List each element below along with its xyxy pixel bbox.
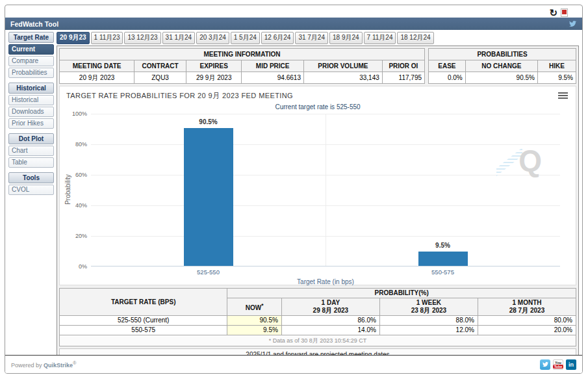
- meeting-information-table: MEETING INFORMATION MEETING DATE CONTRAC…: [59, 48, 425, 84]
- week-cell: 88.0%: [379, 316, 478, 326]
- week-cell: 12.0%: [379, 326, 478, 335]
- col-mid-price: MID PRICE: [242, 60, 304, 72]
- meeting-tab[interactable]: 31 1月24: [162, 32, 196, 44]
- export-icon[interactable]: [561, 8, 568, 17]
- meeting-tab[interactable]: 7 11月24: [364, 32, 396, 44]
- ease-value: 0.0%: [429, 72, 466, 84]
- mid-price-value: 94.6613: [242, 72, 304, 84]
- sidebar-item-downloads[interactable]: Downloads: [8, 107, 54, 117]
- data-as-of-note: * Data as of 30 8月 2023 10:54:29 CT: [60, 335, 576, 346]
- powered-by: Powered by QuikStrike®: [11, 360, 77, 369]
- sidebar-section-historical: Historical: [8, 83, 54, 94]
- y-tick: 0%: [61, 263, 87, 270]
- meeting-tab[interactable]: 18 12月24: [397, 32, 433, 44]
- sidebar-section-tools: Tools: [8, 172, 54, 183]
- footer: Powered by QuikStrike® YouTube in: [5, 355, 582, 373]
- meeting-tab[interactable]: 1 11月23: [91, 32, 123, 44]
- bar-value-label: 9.5%: [435, 242, 450, 249]
- col-1-month: 1 MONTH28 7月 2023: [478, 298, 576, 316]
- app-title: FedWatch Tool: [10, 20, 58, 28]
- probability-history-table: TARGET RATE (BPS) PROBABILITY(%) NOW* 1 …: [59, 288, 576, 346]
- twitter-icon[interactable]: [569, 20, 577, 27]
- title-bar: FedWatch Tool: [5, 18, 582, 30]
- sidebar-section-dot-plot: Dot Plot: [8, 133, 54, 144]
- col-ease: EASE: [429, 60, 466, 72]
- linkedin-icon[interactable]: in: [566, 359, 576, 370]
- col-expires: EXPIRES: [186, 60, 242, 72]
- col-hike: HIKE: [537, 60, 576, 72]
- target-rate-cell: 525-550 (Current): [60, 316, 227, 326]
- refresh-icon[interactable]: ↻: [549, 8, 557, 17]
- day-cell: 14.0%: [281, 326, 379, 335]
- expires-value: 29 9月 2023: [186, 72, 242, 84]
- day-cell: 86.0%: [281, 316, 379, 326]
- probabilities-title: PROBABILITIES: [429, 49, 576, 60]
- content: 20 9月23 1 11月23 13 12月23 31 1月24 20 3月24…: [57, 32, 579, 357]
- meeting-info-row: 20 9月 2023 ZQU3 29 9月 2023 94.6613 33,14…: [60, 72, 425, 84]
- table-row: 525-550 (Current) 90.5% 86.0% 88.0% 80.0…: [60, 316, 576, 326]
- target-rate-cell: 550-575: [60, 326, 227, 335]
- sidebar-section-target-rate: Target Rate: [8, 32, 54, 43]
- month-cell: 80.0%: [478, 316, 576, 326]
- plot-area: Q 90.5% 525-550 9.5% 550-575: [91, 114, 560, 266]
- y-tick: 100%: [61, 110, 87, 117]
- col-prior-oi: PRIOR OI: [382, 60, 424, 72]
- y-tick: 20%: [61, 233, 87, 239]
- sidebar-item-chart[interactable]: Chart: [8, 146, 54, 156]
- no-change-value: 90.5%: [465, 72, 537, 84]
- sidebar-item-table[interactable]: Table: [8, 157, 54, 168]
- sidebar-item-prior-hikes[interactable]: Prior Hikes: [8, 118, 54, 129]
- chart-export-menu-icon[interactable]: [558, 92, 568, 100]
- month-cell: 20.0%: [478, 326, 576, 335]
- col-prior-volume: PRIOR VOLUME: [303, 60, 382, 72]
- table-row: 550-575 9.5% 14.0% 12.0% 20.0%: [60, 326, 576, 335]
- category-525-550: 90.5% 525-550: [91, 114, 326, 266]
- sidebar-item-historical[interactable]: Historical: [8, 95, 54, 105]
- x-axis-title: Target Rate (in bps): [91, 278, 560, 285]
- category-550-575: 9.5% 550-575: [326, 114, 560, 266]
- hike-value: 9.5%: [537, 72, 576, 84]
- probability-bar[interactable]: [184, 128, 233, 266]
- body: Target Rate Current Compare Probabilitie…: [5, 30, 582, 357]
- y-tick: 80%: [61, 141, 87, 148]
- meeting-tab[interactable]: 13 12月23: [124, 32, 160, 44]
- meeting-tab[interactable]: 20 3月24: [196, 32, 229, 44]
- x-category-label: 550-575: [326, 268, 560, 276]
- main-panel: MEETING INFORMATION MEETING DATE CONTRAC…: [57, 46, 579, 358]
- col-now: NOW*: [227, 298, 281, 316]
- meeting-tab[interactable]: 12 6月24: [261, 32, 294, 44]
- col-target-rate-bps: TARGET RATE (BPS): [60, 289, 227, 316]
- sidebar-item-compare[interactable]: Compare: [8, 56, 54, 66]
- contract-value: ZQU3: [134, 72, 186, 84]
- now-cell: 90.5%: [227, 316, 281, 326]
- top-strip: ↻: [5, 5, 582, 18]
- x-category-label: 525-550: [91, 268, 326, 276]
- sidebar-item-probabilities[interactable]: Probabilities: [8, 68, 54, 78]
- meeting-tabs: 20 9月23 1 11月23 13 12月23 31 1月24 20 3月24…: [57, 32, 579, 44]
- twitter-footer-icon[interactable]: [540, 359, 550, 370]
- chart-title: TARGET RATE PROBABILITIES FOR 20 9月 2023…: [66, 91, 293, 101]
- sidebar-item-cvol[interactable]: CVOL: [8, 185, 54, 195]
- meeting-info-title: MEETING INFORMATION: [60, 49, 425, 60]
- chart-subtitle: Current target rate is 525-550: [60, 103, 576, 110]
- col-1-day: 1 DAY29 8月 2023: [281, 298, 379, 316]
- col-meeting-date: MEETING DATE: [60, 60, 134, 72]
- sidebar: Target Rate Current Compare Probabilitie…: [8, 32, 54, 357]
- prior-oi-value: 117,795: [382, 72, 424, 84]
- prior-volume-value: 33,143: [303, 72, 382, 84]
- group-header-probability: PROBABILITY(%): [227, 289, 576, 298]
- meeting-tab[interactable]: 31 7月24: [295, 32, 328, 44]
- youtube-icon[interactable]: YouTube: [553, 359, 563, 370]
- sidebar-item-current[interactable]: Current: [8, 44, 54, 55]
- probability-bar[interactable]: [418, 252, 468, 266]
- col-contract: CONTRACT: [134, 60, 186, 72]
- meeting-tab[interactable]: 1 5月24: [231, 32, 260, 44]
- meeting-tab[interactable]: 18 9月24: [329, 32, 363, 44]
- col-no-change: NO CHANGE: [465, 60, 537, 72]
- probabilities-summary-table: PROBABILITIES EASE NO CHANGE HIKE 0.0% 9…: [428, 48, 576, 84]
- meeting-date-value: 20 9月 2023: [60, 72, 134, 84]
- meeting-tab[interactable]: 20 9月23: [57, 32, 90, 44]
- bar-value-label: 90.5%: [199, 118, 217, 125]
- table-footnote: * Data as of 30 8月 2023 10:54:29 CT: [60, 335, 576, 346]
- now-cell: 9.5%: [227, 326, 281, 335]
